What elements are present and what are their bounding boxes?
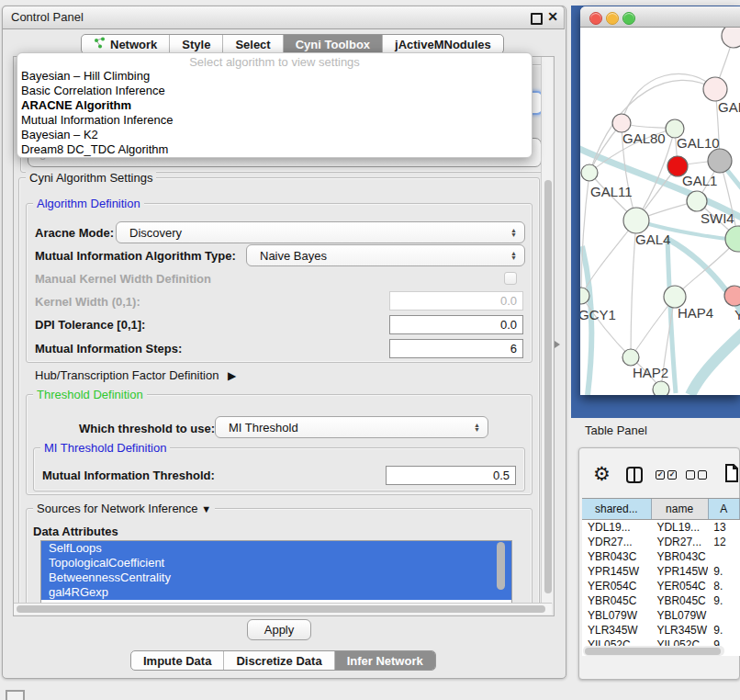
data-attribute-item[interactable]: gal4RGexp bbox=[41, 585, 511, 600]
mi-algorithm-type-combobox[interactable]: Naive Bayes ▲▼ bbox=[246, 244, 525, 266]
table-row[interactable]: YDR27...YDR27...12 bbox=[582, 535, 740, 549]
data-attribute-item[interactable]: SelfLoops bbox=[41, 541, 511, 556]
algorithm-option[interactable]: Bayesian – K2 bbox=[21, 128, 528, 142]
close-icon[interactable]: ✕ bbox=[546, 10, 559, 23]
tab-select[interactable]: Select bbox=[223, 35, 283, 53]
kernel-width-field[interactable]: 0.0 bbox=[389, 291, 523, 310]
network-node-label: GAL bbox=[718, 99, 740, 115]
manual-kernel-width-checkbox[interactable] bbox=[504, 272, 517, 285]
table-cell: 9. bbox=[708, 623, 740, 638]
new-table-icon[interactable] bbox=[724, 464, 739, 485]
minimized-panel-icon[interactable] bbox=[6, 690, 25, 700]
sources-title[interactable]: Sources for Network Inference ▼ bbox=[33, 502, 215, 515]
apply-button[interactable]: Apply bbox=[247, 619, 311, 640]
splitpane-collapse-arrow-icon[interactable] bbox=[555, 341, 560, 348]
table-row[interactable]: YPR145WYPR145W9. bbox=[582, 564, 740, 579]
algorithm-option[interactable]: ARACNE Algorithm bbox=[21, 98, 528, 113]
cyni-algorithm-settings-title: Cyni Algorithm Settings bbox=[26, 171, 156, 185]
table-row[interactable]: YDL19...YDL19...13 bbox=[582, 520, 740, 535]
network-node[interactable] bbox=[623, 208, 649, 233]
dpi-tolerance-field[interactable]: 0.0 bbox=[389, 315, 523, 334]
table-cell: 9. bbox=[708, 564, 740, 579]
network-node[interactable] bbox=[708, 149, 732, 173]
aracne-mode-combobox[interactable]: Discovery ▲▼ bbox=[116, 221, 525, 243]
mac-minimize-button[interactable] bbox=[606, 12, 619, 25]
mi-threshold-field[interactable]: 0.5 bbox=[386, 466, 516, 485]
network-graph: GALGAL80GAL10GAL11GAL1SWI4GAL4GCY1HAP4YH… bbox=[580, 28, 740, 395]
split-columns-icon[interactable] bbox=[626, 467, 643, 483]
data-attribute-item[interactable]: BetweennessCentrality bbox=[41, 570, 511, 585]
table-cell: YER054C bbox=[651, 579, 708, 593]
network-node-label: GAL10 bbox=[677, 135, 720, 151]
unchecked-checkbox-icon[interactable] bbox=[686, 470, 695, 480]
network-node-label: HAP4 bbox=[678, 305, 713, 321]
network-node-label: GCY1 bbox=[580, 307, 616, 322]
combo-arrows-icon: ▲▼ bbox=[510, 251, 524, 260]
network-node[interactable] bbox=[653, 381, 669, 395]
table-cell bbox=[708, 549, 740, 564]
mac-close-button[interactable] bbox=[589, 12, 602, 25]
tab-discretize-data[interactable]: Discretize Data bbox=[224, 651, 334, 670]
attr-list-scrollbar[interactable] bbox=[497, 542, 505, 590]
network-node[interactable] bbox=[581, 164, 598, 181]
mac-maximize-button[interactable] bbox=[622, 12, 635, 25]
network-window-titlebar[interactable] bbox=[580, 6, 740, 28]
which-threshold-label: Which threshold to use: bbox=[79, 422, 215, 435]
table-cell: YLR345W bbox=[582, 623, 651, 638]
table-row[interactable]: YER054CYER054C8. bbox=[582, 579, 740, 593]
tab-cyni-toolbox[interactable]: Cyni Toolbox bbox=[284, 35, 383, 53]
table-cell: YBR045C bbox=[582, 593, 651, 608]
hub-definition-expander[interactable]: Hub/Transcription Factor Definition ▶ bbox=[35, 368, 236, 382]
checked-checkbox-icon[interactable]: ✓ bbox=[667, 470, 677, 480]
network-node[interactable] bbox=[725, 226, 740, 252]
table-hscrollbar-track[interactable] bbox=[583, 646, 724, 656]
table-column-header[interactable]: shared... bbox=[582, 499, 652, 519]
screen: Control Panel ✕ Network Style Select Cyn… bbox=[0, 0, 740, 700]
table-cell: YDL19... bbox=[651, 520, 708, 535]
table-cell: 12 bbox=[708, 535, 740, 549]
mi-steps-field[interactable]: 6 bbox=[389, 339, 523, 358]
network-node-label: GAL80 bbox=[622, 130, 666, 146]
tab-infer-network[interactable]: Infer Network bbox=[335, 651, 435, 670]
table-row[interactable]: YBL079WYBL079W bbox=[582, 608, 740, 623]
table-cell: 8. bbox=[708, 579, 740, 593]
network-node[interactable] bbox=[622, 349, 639, 366]
tab-jactivemnodules[interactable]: jActiveMNodules bbox=[383, 35, 503, 53]
network-node[interactable] bbox=[724, 286, 740, 306]
which-threshold-combobox[interactable]: MI Threshold ▲▼ bbox=[215, 416, 488, 438]
algorithm-option[interactable]: Dream8 DC_TDC Algorithm bbox=[21, 142, 528, 157]
control-panel-tabs: Network Style Select Cyni Toolbox jActiv… bbox=[81, 34, 504, 54]
float-window-icon[interactable] bbox=[531, 13, 543, 25]
network-node[interactable] bbox=[687, 191, 707, 211]
network-node[interactable] bbox=[722, 28, 740, 48]
table-cell: YLR345W bbox=[651, 623, 708, 638]
network-canvas[interactable]: GALGAL80GAL10GAL11GAL1SWI4GAL4GCY1HAP4YH… bbox=[580, 28, 740, 395]
control-panel-titlebar[interactable] bbox=[2, 6, 565, 29]
settings-hscrollbar-track[interactable] bbox=[14, 603, 552, 615]
algorithm-option[interactable]: Mutual Information Inference bbox=[21, 113, 528, 128]
table-row[interactable]: YBR045CYBR045C9. bbox=[582, 593, 740, 608]
algorithm-option[interactable]: Bayesian – Hill Climbing bbox=[21, 69, 528, 84]
table-row[interactable]: YBR043CYBR043C bbox=[582, 549, 740, 564]
table-cell: YBR045C bbox=[651, 593, 708, 608]
table-row[interactable]: YLR345WYLR345W9. bbox=[582, 623, 740, 638]
unchecked-checkbox-icon[interactable] bbox=[698, 470, 707, 480]
algorithm-option[interactable]: Basic Correlation Inference bbox=[21, 84, 528, 98]
table-hscrollbar-thumb[interactable] bbox=[585, 648, 721, 655]
network-node[interactable] bbox=[703, 77, 727, 101]
settings-vscrollbar-track[interactable] bbox=[541, 57, 553, 603]
data-attributes-list[interactable]: SelfLoopsTopologicalCoefficientBetweenne… bbox=[40, 540, 512, 604]
tab-style[interactable]: Style bbox=[170, 35, 223, 53]
table-cell: YER054C bbox=[582, 579, 651, 593]
gear-icon[interactable]: ⚙ bbox=[593, 463, 611, 485]
settings-hscrollbar-thumb[interactable] bbox=[17, 605, 545, 613]
network-node[interactable] bbox=[612, 114, 631, 132]
tab-impute-data[interactable]: Impute Data bbox=[131, 651, 224, 670]
checked-checkbox-icon[interactable]: ✓ bbox=[656, 470, 665, 480]
aracne-mode-label: Aracne Mode: bbox=[35, 226, 114, 240]
tab-network[interactable]: Network bbox=[82, 35, 170, 53]
data-attribute-item[interactable]: TopologicalCoefficient bbox=[41, 556, 511, 570]
table-column-header[interactable]: name bbox=[652, 499, 709, 519]
table-column-header[interactable]: A bbox=[709, 499, 740, 519]
settings-vscrollbar-thumb[interactable] bbox=[544, 180, 552, 593]
